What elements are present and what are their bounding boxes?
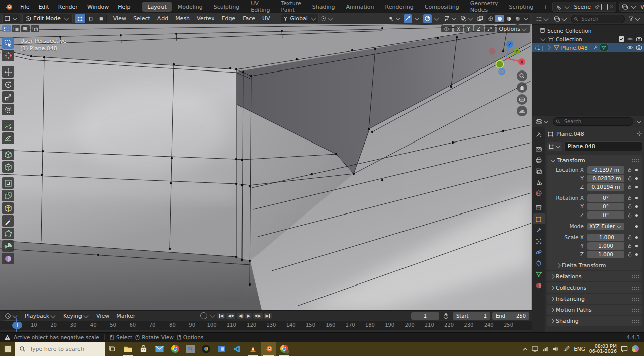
- transform-tool[interactable]: [2, 104, 14, 115]
- face-select-button[interactable]: [96, 14, 107, 23]
- mirror-y-button[interactable]: Y: [464, 25, 473, 32]
- tab-particles[interactable]: [533, 236, 545, 246]
- select-subtract-button[interactable]: [21, 25, 30, 32]
- tray-expand-chevron[interactable]: [523, 347, 528, 351]
- tray-clock[interactable]: 08:03 PM 06-01-2026: [589, 344, 617, 354]
- viewport-menu-vertex[interactable]: Vertex: [193, 15, 218, 22]
- frame-end-field[interactable]: End250: [492, 312, 529, 320]
- orientation-dropdown[interactable]: Global: [281, 14, 319, 24]
- extrude-region-tool[interactable]: [2, 161, 14, 173]
- task-view-button[interactable]: [105, 342, 120, 356]
- animate-dot[interactable]: [635, 205, 638, 208]
- expand-icon[interactable]: [545, 45, 550, 50]
- tab-tool[interactable]: [533, 129, 545, 139]
- transform-value-field[interactable]: -0.02832 m: [587, 175, 624, 182]
- frame-ruler[interactable]: 1020304050607080901001101201301401501601…: [0, 321, 532, 330]
- properties-search-input[interactable]: [563, 118, 630, 125]
- lock-icon[interactable]: [626, 243, 633, 249]
- play-button[interactable]: ▶: [245, 313, 252, 319]
- app-store[interactable]: [136, 342, 151, 356]
- inset-faces-tool[interactable]: [2, 177, 14, 189]
- wireframe-shading-button[interactable]: [486, 15, 495, 22]
- lock-icon[interactable]: [626, 251, 633, 257]
- material-preview-button[interactable]: [504, 15, 513, 22]
- viewport-menu-uv[interactable]: UV: [259, 15, 274, 22]
- gizmo-negz-handle[interactable]: [499, 68, 505, 75]
- snap-target-button[interactable]: [387, 14, 403, 23]
- play-reverse-button[interactable]: ◀: [237, 313, 244, 319]
- taskbar-search[interactable]: [15, 342, 105, 356]
- topbar-menu-edit[interactable]: Edit: [34, 0, 53, 13]
- proportional-options-chevron[interactable]: [434, 16, 439, 21]
- hide-eye-icon[interactable]: [627, 36, 633, 42]
- transform-value-field[interactable]: 1.000: [587, 251, 624, 258]
- panel-instancing[interactable]: Instancing: [547, 294, 642, 304]
- animate-dot[interactable]: [635, 225, 638, 228]
- tab-collection[interactable]: [533, 202, 545, 213]
- outliner-row-collection[interactable]: Collection: [532, 35, 644, 43]
- timeline-menu-marker[interactable]: Marker: [113, 313, 139, 319]
- shading-options-chevron[interactable]: [524, 16, 529, 21]
- delta-transform-row[interactable]: Delta Transform: [547, 261, 642, 270]
- outliner-search[interactable]: [571, 15, 625, 23]
- rotate-tool[interactable]: [2, 79, 14, 90]
- panel-grip[interactable]: [632, 275, 639, 278]
- select-box-tool[interactable]: [2, 37, 14, 49]
- tab-constraints[interactable]: [533, 258, 545, 268]
- jump-to-end-button[interactable]: ▶: [264, 313, 272, 319]
- viewport-menu-face[interactable]: Face: [239, 15, 259, 22]
- animate-dot[interactable]: [635, 169, 638, 171]
- app-file-explorer[interactable]: [120, 342, 136, 356]
- jump-to-start-button[interactable]: ◀: [217, 313, 225, 319]
- transform-value-field[interactable]: -0.1397 m: [587, 166, 624, 174]
- workspace-tab-uv-editing[interactable]: UV Editing: [246, 2, 275, 12]
- frame-start-field[interactable]: Start1: [453, 312, 490, 320]
- pivot-point-button[interactable]: [319, 14, 335, 23]
- animate-dot[interactable]: [635, 177, 638, 180]
- timeline-menu-playback[interactable]: Playback: [21, 313, 60, 319]
- scale-tool[interactable]: [2, 91, 14, 103]
- viewport-menu-edge[interactable]: Edge: [218, 15, 239, 22]
- tab-object[interactable]: [533, 213, 545, 224]
- transform-value-field[interactable]: 0°: [587, 211, 624, 219]
- playhead-line[interactable]: [16, 318, 17, 333]
- camera-visibility-icon[interactable]: [636, 36, 642, 42]
- app-search-tool[interactable]: [183, 342, 198, 356]
- overlays-button[interactable]: [459, 14, 475, 23]
- mirror-toggle-button[interactable]: [441, 25, 452, 32]
- loop-cut-tool[interactable]: [2, 202, 14, 214]
- new-scene-icon[interactable]: [601, 4, 608, 10]
- tool-options-dropdown[interactable]: Options: [497, 25, 530, 33]
- lock-icon[interactable]: [626, 212, 633, 218]
- topbar-menu-help[interactable]: Help: [113, 0, 135, 13]
- panel-collections[interactable]: Collections: [547, 282, 642, 293]
- app-vlc[interactable]: [245, 342, 261, 356]
- workspace-tab-sculpting[interactable]: Sculpting: [209, 2, 245, 12]
- tab-modifiers[interactable]: [533, 225, 545, 235]
- vertex-select-button[interactable]: [75, 14, 86, 23]
- edge-select-button[interactable]: [86, 14, 96, 23]
- panel-grip[interactable]: [632, 319, 639, 323]
- zoom-button[interactable]: [517, 70, 527, 81]
- id-type-button[interactable]: [547, 142, 562, 151]
- workspace-tab-animation[interactable]: Animation: [341, 2, 379, 12]
- tab-scene[interactable]: [533, 177, 545, 187]
- move-tool[interactable]: [2, 66, 14, 78]
- workspace-tab-geometry-nodes[interactable]: Geometry Nodes: [465, 2, 503, 12]
- cursor-tool[interactable]: [2, 50, 14, 61]
- panel-grip[interactable]: [632, 159, 639, 162]
- select-extend-button[interactable]: [12, 25, 20, 32]
- tab-object-data[interactable]: [533, 269, 545, 279]
- mirror-z-button[interactable]: Z: [474, 25, 484, 32]
- panel-shading[interactable]: Shading: [547, 316, 642, 326]
- app-blender[interactable]: [261, 342, 276, 356]
- scene-name[interactable]: Scene: [572, 4, 593, 10]
- solid-shading-button[interactable]: [495, 15, 504, 22]
- outliner-row-scene-collection[interactable]: Scene Collection: [532, 26, 644, 35]
- outliner-filter-id-button[interactable]: [552, 14, 569, 23]
- spin-tool[interactable]: [2, 240, 14, 252]
- viewlayer-name[interactable]: ViewLayer: [638, 4, 644, 10]
- transform-value-field[interactable]: -1.000: [587, 234, 624, 241]
- taskbar-search-input[interactable]: [29, 345, 96, 353]
- gizmo-x-handle[interactable]: X: [518, 58, 525, 65]
